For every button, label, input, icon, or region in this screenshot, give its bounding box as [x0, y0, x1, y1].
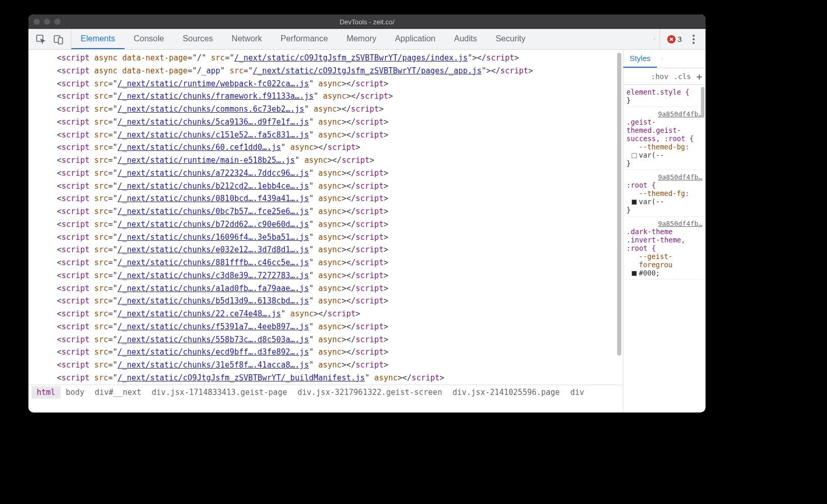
error-count: 3: [678, 35, 682, 43]
tab-performance[interactable]: Performance: [271, 29, 338, 49]
more-styles-tabs-icon[interactable]: [657, 54, 667, 64]
dom-node[interactable]: <script src="/_next/static/chunks/ecd9bf…: [57, 346, 623, 359]
styles-scrollbar[interactable]: [701, 87, 705, 118]
dom-node[interactable]: <script src="/_next/static/chunks/e032e1…: [57, 243, 623, 256]
dom-node[interactable]: <script src="/_next/static/chunks/b212cd…: [57, 180, 623, 193]
dom-node[interactable]: <script src="/_next/static/chunks/c151e5…: [57, 129, 623, 142]
dom-node[interactable]: <script src="/_next/static/chunks/framew…: [57, 90, 623, 103]
styles-panel: Styles :hov .cls + element.style {}9a850…: [623, 50, 706, 413]
hov-toggle[interactable]: :hov: [651, 72, 669, 81]
breadcrumb-item[interactable]: div.jsx-3217961322.geist-screen: [292, 386, 447, 399]
dom-breadcrumb[interactable]: htmlbodydiv#__nextdiv.jsx-1714833413.gei…: [28, 385, 623, 400]
tab-sources[interactable]: Sources: [173, 29, 222, 49]
dom-node[interactable]: <script src="/_next/static/chunks/0810bc…: [57, 192, 623, 205]
close-window-icon[interactable]: [34, 19, 40, 25]
dom-node[interactable]: <script src="/_next/static/chunks/16096f…: [57, 231, 623, 244]
dom-node[interactable]: <script src="/_next/static/chunks/f5391a…: [57, 320, 623, 333]
dom-node[interactable]: <script src="/_next/static/chunks/881fff…: [57, 256, 623, 269]
style-rule[interactable]: element.style {}: [626, 88, 702, 107]
tab-network[interactable]: Network: [222, 29, 271, 49]
tab-elements[interactable]: Elements: [71, 29, 125, 49]
zoom-window-icon[interactable]: [54, 19, 60, 25]
dom-node[interactable]: <script src="/_next/static/chunks/0bc7b5…: [57, 205, 623, 218]
settings-menu-icon[interactable]: [689, 35, 698, 44]
elements-panel[interactable]: <script async data-next-page="/" src="/_…: [28, 50, 623, 413]
breadcrumb-item[interactable]: div.jsx-2141025596.page: [447, 386, 565, 399]
devtools-toolbar: ElementsConsoleSourcesNetworkPerformance…: [28, 29, 706, 50]
breadcrumb-item[interactable]: div.jsx-1714833413.geist-page: [147, 386, 293, 399]
svg-rect-2: [58, 38, 63, 44]
error-icon: [667, 35, 676, 43]
dom-node[interactable]: <script src="/_next/static/chunks/b72dd6…: [57, 218, 623, 231]
device-toggle-icon[interactable]: [53, 34, 64, 44]
dom-node[interactable]: <script src="/_next/static/chunks/558b73…: [57, 333, 623, 346]
cls-toggle[interactable]: .cls: [673, 72, 691, 81]
tab-security[interactable]: Security: [486, 29, 535, 49]
dom-scrollbar[interactable]: [617, 53, 621, 356]
dom-node[interactable]: <script src="/_next/static/chunks/common…: [57, 103, 623, 116]
dom-node[interactable]: <script async data-next-page="/_app" src…: [57, 65, 623, 78]
dom-node[interactable]: <script src="/_next/static/runtime/webpa…: [57, 78, 623, 90]
tab-memory[interactable]: Memory: [337, 29, 386, 49]
style-rule[interactable]: 9a850df4fb….geist-themed.geist-success, …: [626, 110, 702, 170]
breadcrumb-item[interactable]: div#__next: [89, 386, 146, 399]
breadcrumb-item[interactable]: body: [60, 386, 89, 399]
style-rule[interactable]: 9a850df4fb…:root {--themed-fg:var(--}: [626, 173, 702, 217]
new-style-rule-icon[interactable]: +: [696, 71, 702, 82]
style-rule[interactable]: 9a850df4fb….dark-theme .invert-theme, :r…: [626, 220, 702, 280]
dom-node[interactable]: <script src="/_next/static/cO9JtgJsfm_zS…: [57, 372, 623, 385]
dom-node[interactable]: <script src="/_next/static/runtime/main-…: [57, 154, 623, 167]
dom-node[interactable]: <script src="/_next/static/chunks/c3d8e3…: [57, 269, 623, 282]
window-controls[interactable]: [34, 19, 60, 25]
dom-node[interactable]: <script src="/_next/static/chunks/60.cef…: [57, 141, 623, 154]
breadcrumb-item[interactable]: div: [565, 386, 589, 399]
dom-node[interactable]: <script src="/_next/static/chunks/b5d13d…: [57, 295, 623, 308]
dom-node[interactable]: <script src="/_next/static/chunks/31e5f8…: [57, 359, 623, 372]
dom-node[interactable]: <script async data-next-page="/" src="/_…: [57, 52, 623, 65]
inspect-element-icon[interactable]: [36, 34, 46, 44]
devtools-window: DevTools - zeit.co/ ElementsConsoleSourc…: [28, 14, 706, 413]
titlebar: DevTools - zeit.co/: [28, 14, 706, 29]
panel-tabs: ElementsConsoleSourcesNetworkPerformance…: [71, 29, 649, 49]
error-count-badge[interactable]: 3: [667, 35, 682, 43]
more-tabs-icon[interactable]: [649, 34, 660, 44]
dom-node[interactable]: <script src="/_next/static/chunks/5ca913…: [57, 116, 623, 129]
dom-node[interactable]: <script src="/_next/static/chunks/22.ce7…: [57, 308, 623, 320]
dom-node[interactable]: <script src="/_next/static/chunks/a72232…: [57, 167, 623, 180]
tab-audits[interactable]: Audits: [445, 29, 486, 49]
minimize-window-icon[interactable]: [44, 19, 50, 25]
styles-tab[interactable]: Styles: [623, 50, 657, 68]
tab-console[interactable]: Console: [125, 29, 174, 49]
window-title: DevTools - zeit.co/: [28, 18, 706, 26]
tab-application[interactable]: Application: [386, 29, 445, 49]
breadcrumb-item[interactable]: html: [32, 386, 60, 399]
dom-node[interactable]: <script src="/_next/static/chunks/a1ad0f…: [57, 282, 623, 295]
